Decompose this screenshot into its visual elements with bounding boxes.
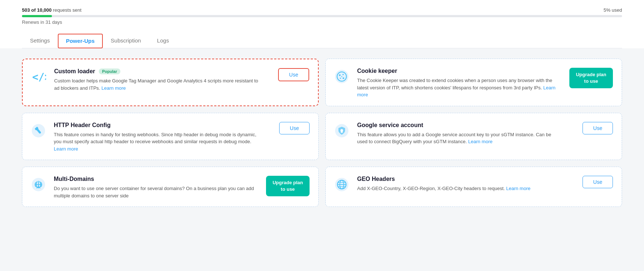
card-body-cookie-keeper: Cookie keeper The Cookie Keeper was crea…	[357, 68, 562, 99]
svg-point-3	[339, 74, 341, 76]
tabs-row: Settings Power-Ups Subscription Logs	[22, 34, 622, 48]
code-icon: </>	[30, 68, 48, 86]
requests-text: 503 of 10,000 requests sent	[22, 7, 82, 13]
card-title-row-google: Google service account	[357, 122, 562, 129]
learn-more-link-geo[interactable]: Learn more	[506, 186, 530, 191]
requests-count: 503 of 10,000	[22, 7, 52, 13]
svg-rect-13	[341, 131, 342, 133]
learn-more-link-cookie[interactable]: Learn more	[357, 85, 555, 98]
multi-domain-icon	[30, 176, 47, 193]
progress-bar-fill	[22, 15, 52, 17]
svg-point-6	[340, 78, 341, 79]
svg-point-7	[341, 76, 342, 77]
card-desc-google: This feature allows you to add a Google …	[357, 131, 562, 145]
card-title-cookie: Cookie keeper	[357, 68, 397, 74]
card-action-cookie: Upgrade planto use	[569, 68, 613, 88]
card-action-google: Use	[569, 122, 613, 134]
svg-point-5	[342, 77, 344, 79]
card-action-multi: Upgrade planto use	[266, 176, 310, 196]
wrench-icon	[30, 122, 47, 140]
svg-text:</>: </>	[32, 71, 46, 83]
card-title-row-cookie: Cookie keeper	[357, 68, 562, 74]
card-desc-geo: Add X-GEO-Country, X-GEO-Region, X-GEO-C…	[357, 185, 562, 192]
card-title-http: HTTP Header Config	[54, 122, 111, 129]
card-title-google: Google service account	[357, 122, 423, 129]
cards-section: </> Custom loader Popular Custom loader …	[0, 48, 644, 217]
card-title-geo: GEO Headers	[357, 176, 395, 182]
card-action-geo: Use	[569, 176, 613, 188]
upgrade-button-cookie[interactable]: Upgrade planto use	[569, 68, 613, 88]
card-action-custom-loader: Use	[265, 68, 309, 81]
use-button-custom-loader[interactable]: Use	[278, 68, 309, 81]
learn-more-link-google[interactable]: Learn more	[468, 139, 492, 144]
page-wrapper: 503 of 10,000 requests sent 5% used Rene…	[0, 0, 644, 271]
use-button-geo[interactable]: Use	[583, 176, 613, 188]
card-body-geo: GEO Headers Add X-GEO-Country, X-GEO-Reg…	[357, 176, 562, 192]
card-title: Custom loader	[54, 68, 95, 75]
card-multi-domains: Multi-Domains Do you want to use one ser…	[22, 167, 319, 207]
requests-suffix: requests sent	[53, 7, 82, 13]
tab-subscription[interactable]: Subscription	[103, 34, 149, 48]
card-desc-cookie: The Cookie Keeper was created to extend …	[357, 77, 562, 99]
card-google-service: Google service account This feature allo…	[325, 113, 622, 160]
progress-bar-track	[22, 15, 622, 17]
card-desc-http: This feature comes in handy for testing …	[54, 131, 259, 153]
card-body-multi: Multi-Domains Do you want to use one ser…	[54, 176, 259, 199]
card-title-row: Custom loader Popular	[54, 68, 259, 75]
tab-logs[interactable]: Logs	[149, 34, 177, 48]
use-button-google[interactable]: Use	[583, 122, 613, 134]
card-http-header: HTTP Header Config This feature comes in…	[22, 113, 319, 160]
card-action-http: Use	[266, 122, 310, 134]
top-section: 503 of 10,000 requests sent 5% used Rene…	[0, 0, 644, 48]
card-title-row-geo: GEO Headers	[357, 176, 562, 182]
requests-row: 503 of 10,000 requests sent 5% used	[22, 7, 622, 13]
renews-text: Renews in 31 days	[22, 19, 622, 25]
tab-powerups[interactable]: Power-Ups	[58, 34, 102, 48]
card-body-google-service: Google service account This feature allo…	[357, 122, 562, 145]
card-title-multi: Multi-Domains	[54, 176, 94, 182]
card-title-row-http: HTTP Header Config	[54, 122, 259, 129]
upgrade-button-multi[interactable]: Upgrade planto use	[266, 176, 310, 196]
cookie-icon	[333, 68, 351, 85]
badge-popular: Popular	[99, 68, 120, 74]
svg-point-4	[342, 74, 344, 75]
svg-point-12	[340, 129, 343, 131]
tab-settings[interactable]: Settings	[22, 34, 58, 48]
learn-more-link-custom-loader[interactable]: Learn more	[101, 85, 126, 91]
learn-more-link-http[interactable]: Learn more	[54, 146, 78, 152]
card-cookie-keeper: Cookie keeper The Cookie Keeper was crea…	[325, 59, 622, 106]
card-title-row-multi: Multi-Domains	[54, 176, 259, 182]
card-body-custom-loader: Custom loader Popular Custom loader help…	[54, 68, 259, 92]
card-desc: Custom loader helps make Google Tag Mana…	[54, 77, 259, 92]
card-desc-multi: Do you want to use one server container …	[54, 185, 259, 199]
globe-icon	[333, 176, 351, 193]
percent-used: 5% used	[603, 7, 622, 13]
card-geo-headers: GEO Headers Add X-GEO-Country, X-GEO-Reg…	[325, 167, 622, 207]
shield-icon	[333, 122, 351, 140]
card-body-http: HTTP Header Config This feature comes in…	[54, 122, 259, 153]
card-custom-loader: </> Custom loader Popular Custom loader …	[22, 59, 319, 106]
use-button-http[interactable]: Use	[279, 122, 310, 134]
